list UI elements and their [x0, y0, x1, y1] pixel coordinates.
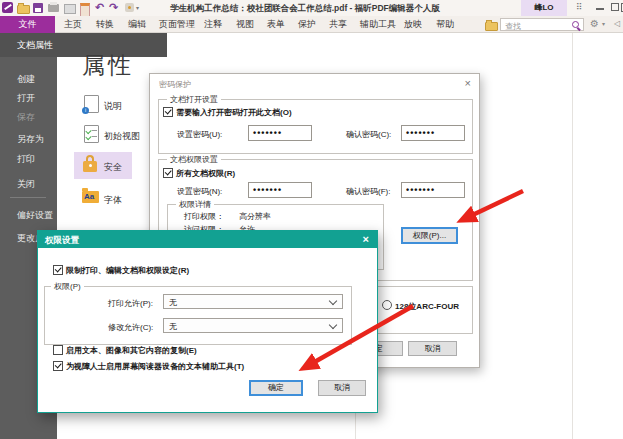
clipboard-icon[interactable] — [80, 3, 90, 17]
print-allowed-value: 无 — [169, 297, 177, 308]
search-box[interactable]: 查找 — [500, 18, 584, 31]
sidebar-item-open[interactable]: 打开 — [17, 92, 35, 105]
menu-tab-file[interactable]: 文件 — [0, 16, 55, 33]
password-dialog-cancel-button[interactable]: 取消 — [408, 341, 457, 356]
print-permission-key: 打印权限： — [184, 211, 224, 222]
restrict-print-edit-label[interactable]: 限制打印、编辑文档和权限设定(R) — [66, 265, 189, 276]
redo-icon[interactable]: ↷ — [109, 1, 118, 14]
initial-view-label: 初始视图 — [104, 130, 140, 143]
search-input[interactable]: 查找 — [505, 21, 521, 32]
properties-item-security[interactable]: 安全 — [74, 152, 132, 179]
print-allowed-dropdown[interactable]: 无 — [163, 294, 343, 309]
modify-allowed-label: 修改允许(C): — [108, 322, 153, 333]
folder-tab — [82, 188, 88, 191]
save-icon[interactable] — [33, 3, 43, 13]
undo-icon[interactable]: ↶ — [95, 1, 104, 14]
password-dialog-title: 密码保护 — [159, 79, 191, 90]
menu-tab-page-manage[interactable]: 页面管理 — [153, 16, 201, 33]
sidebar-item-save-as[interactable]: 另存为 — [17, 133, 44, 146]
permission-dialog-cancel-button[interactable]: 取消 — [318, 380, 366, 396]
print-paper — [50, 2, 57, 5]
menu-tab-home[interactable]: 主页 — [58, 16, 88, 33]
permissions-button[interactable]: 权限(P)... — [401, 227, 458, 244]
open-file-icon[interactable] — [17, 5, 30, 14]
open-set-password-input[interactable]: ••••••• — [248, 125, 312, 141]
require-open-password-label[interactable]: 需要输入打开密码打开此文档(O) — [176, 107, 292, 118]
properties-item-description[interactable]: i 说明 — [74, 93, 144, 117]
permission-dialog-close-icon[interactable]: × — [363, 234, 369, 244]
email-icon[interactable] — [64, 4, 76, 14]
print-allowed-chevron-icon — [329, 297, 337, 305]
menu-tab-edit[interactable]: 编辑 — [122, 16, 152, 33]
gear-icon[interactable]: ⚙ — [590, 18, 599, 29]
gear-dropdown-icon[interactable]: ▾ — [602, 20, 605, 27]
properties-item-initial-view[interactable]: 初始视图 — [74, 123, 144, 147]
print-permission-value: 高分辨率 — [239, 211, 271, 222]
hand-tool-dot — [128, 6, 131, 9]
menu-tab-protect[interactable]: 保护 — [292, 16, 322, 33]
menu-tab-share[interactable]: 共享 — [323, 16, 353, 33]
menu-tab-form[interactable]: 表单 — [261, 16, 291, 33]
all-document-permissions-label[interactable]: 所有文档权限(R) — [176, 168, 235, 179]
open-confirm-password-label: 确认密码(C): — [346, 129, 391, 140]
user-account-badge[interactable]: 峰LO — [521, 0, 567, 16]
search-icon[interactable] — [572, 21, 579, 28]
require-open-password-checkbox[interactable] — [163, 107, 173, 117]
properties-item-fonts[interactable]: Aa 字体 — [74, 187, 144, 211]
menu-tab-comment[interactable]: 注释 — [198, 16, 228, 33]
panel-divider-bottom — [355, 413, 356, 439]
enable-copy-label[interactable]: 启用文本、图像和其它内容的复制(E) — [66, 345, 197, 356]
lock-icon — [83, 155, 98, 175]
arc-four-radio-label[interactable]: 128位ARC-FOUR — [395, 301, 459, 312]
sidebar-item-print[interactable]: 打印 — [17, 153, 35, 166]
description-label: 说明 — [104, 100, 122, 113]
enable-copy-checkbox[interactable] — [53, 345, 63, 355]
folder-aa-text: Aa — [84, 192, 94, 201]
sidebar-item-create[interactable]: 创建 — [17, 73, 35, 86]
sidebar-item-preferences[interactable]: 偏好设置 — [17, 209, 53, 222]
tool-dropdown-icon[interactable]: ▾ — [136, 4, 139, 11]
info-badge: i — [82, 107, 89, 114]
screen-reader-checkbox[interactable] — [53, 361, 63, 371]
perm-set-password-input[interactable]: ••••••• — [248, 182, 312, 198]
print-icon[interactable] — [48, 4, 59, 12]
menu-tab-help[interactable]: 帮助 — [430, 16, 460, 33]
sidebar-item-save[interactable]: 保存 — [17, 111, 35, 124]
permission-dialog-ok-button[interactable]: 确定 — [249, 380, 303, 396]
maximize-button[interactable] — [611, 3, 619, 11]
app-logo-icon[interactable] — [2, 2, 13, 13]
initial-view-icon — [84, 125, 99, 143]
restrict-print-edit-checkbox[interactable] — [53, 265, 63, 275]
menu-tab-accessibility[interactable]: 辅助工具 — [354, 16, 402, 33]
open-confirm-password-input[interactable]: ••••••• — [401, 125, 465, 141]
screen-reader-label[interactable]: 为视障人士启用屏幕阅读器设备的文本辅助工具(T) — [66, 361, 244, 372]
line-2 — [92, 136, 97, 137]
menu-tab-slideshow[interactable]: 放映 — [398, 16, 428, 33]
search-scope-icon[interactable] — [485, 22, 498, 31]
line-1 — [92, 130, 97, 131]
collapse-toolbar-icon[interactable]: ◁ — [614, 19, 620, 28]
password-dialog-close-icon[interactable]: × — [465, 78, 471, 88]
modify-allowed-chevron-icon — [329, 321, 337, 329]
all-document-permissions-checkbox[interactable] — [163, 168, 173, 178]
document-open-settings-label: 文档打开设置 — [167, 95, 221, 104]
perm-confirm-password-input[interactable]: ••••••• — [401, 182, 465, 198]
panel-divider-right — [572, 33, 573, 439]
document-title: 学生机构工作总结：校社团联合会工作总结.pdf - 福昕PDF编辑器个人版 — [140, 3, 470, 15]
app-window: ↶ ↷ ▾ 学生机构工作总结：校社团联合会工作总结.pdf - 福昕PDF编辑器… — [0, 0, 623, 439]
minimize-button[interactable] — [596, 8, 604, 10]
menu-tab-view[interactable]: 视图 — [230, 16, 260, 33]
security-label: 安全 — [104, 161, 122, 174]
modify-allowed-dropdown[interactable]: 无 — [163, 318, 343, 333]
page-title: 属性 — [82, 50, 134, 81]
layout-grid-icon[interactable]: ⠿ — [576, 2, 583, 12]
fonts-icon: Aa — [82, 191, 99, 203]
hand-tool-icon[interactable] — [125, 3, 134, 12]
permission-dialog-titlebar: 权限设置 × — [38, 231, 377, 248]
permissions-group-label: 权限(P) — [51, 282, 84, 291]
permission-details-label: 权限详情 — [176, 200, 214, 209]
sidebar-item-close[interactable]: 关闭 — [17, 178, 35, 191]
titlebar: ↶ ↷ ▾ 学生机构工作总结：校社团联合会工作总结.pdf - 福昕PDF编辑器… — [0, 0, 623, 16]
arc-four-radio[interactable] — [382, 300, 392, 310]
menu-tab-convert[interactable]: 转换 — [90, 16, 120, 33]
